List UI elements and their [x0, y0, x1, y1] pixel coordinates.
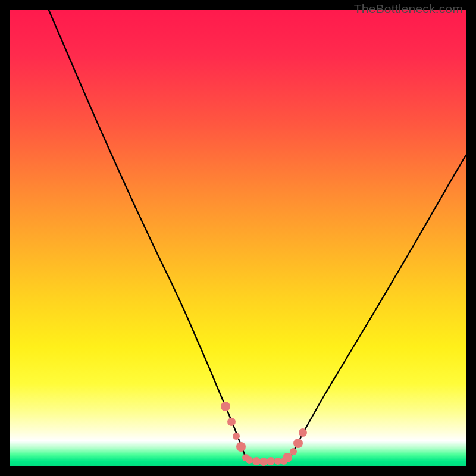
- marker-dot: [299, 428, 307, 437]
- left-curve: [49, 10, 246, 458]
- marker-dot: [246, 456, 253, 464]
- watermark-text: TheBottleneck.com: [354, 2, 463, 16]
- marker-dot: [233, 433, 240, 440]
- marker-dot: [252, 457, 261, 465]
- marker-dot: [221, 402, 230, 411]
- right-curve: [284, 155, 466, 462]
- marker-dot: [259, 458, 268, 466]
- marker-dot: [274, 458, 281, 465]
- marker-dot: [267, 457, 275, 465]
- bottleneck-curve-plot: [10, 10, 466, 466]
- marker-dot: [227, 418, 236, 426]
- chart-frame: [10, 10, 466, 466]
- marker-dot: [293, 439, 303, 448]
- curve-markers: [221, 402, 307, 466]
- marker-dot: [236, 442, 246, 452]
- marker-dot: [290, 448, 297, 455]
